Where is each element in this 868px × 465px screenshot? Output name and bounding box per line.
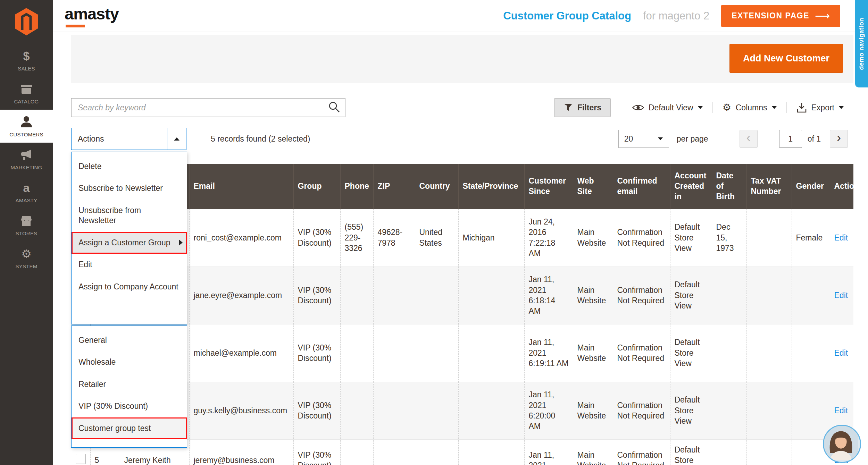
page-size-select[interactable]: 20	[618, 130, 669, 148]
cell-since: Jan 11, 2021 6:20:00 AM	[524, 382, 573, 439]
amasty-icon: a	[23, 181, 30, 195]
col-header-dob[interactable]: Date of Birth	[712, 164, 746, 209]
add-new-customer-button[interactable]: Add New Customer	[729, 44, 843, 73]
menu-item-assign-customer-group[interactable]: Assign a Customer Group	[72, 232, 187, 254]
cell-confirmed: Confirmation Not Required	[613, 209, 670, 267]
search-input[interactable]	[72, 99, 345, 117]
default-view-control[interactable]: Default View	[623, 103, 712, 112]
group-option-vip[interactable]: VIP (30% Discount)	[72, 395, 187, 417]
sidebar-item-label: STORES	[16, 230, 37, 236]
filters-button[interactable]: Filters	[554, 98, 611, 117]
chevron-down-icon	[772, 106, 777, 109]
menu-item-subscribe-newsletter[interactable]: Subscribe to Newsletter	[72, 177, 187, 199]
chat-widget-avatar[interactable]	[823, 425, 861, 463]
table-row[interactable]: 5 Jeremy Keith jeremy@business.com VIP (…	[71, 439, 853, 465]
per-page-label: per page	[677, 134, 708, 144]
page-number-input[interactable]	[779, 130, 802, 148]
row-checkbox[interactable]	[76, 454, 86, 464]
columns-control[interactable]: ⚙ Columns	[713, 103, 786, 112]
grid-toolbar: Filters Default View ⚙ Columns	[71, 98, 853, 117]
sidebar-item-label: CUSTOMERS	[9, 132, 43, 137]
group-option-customer-group-test[interactable]: Customer group test	[72, 417, 187, 439]
prev-page-button[interactable]: ‹	[740, 130, 758, 148]
export-icon	[796, 102, 807, 113]
cell-confirmed: Confirmation Not Required	[613, 439, 670, 465]
menu-item-unsubscribe-newsletter[interactable]: Unsubscribe from Newsletter	[72, 200, 187, 232]
avatar-photo	[824, 426, 858, 460]
edit-link[interactable]: Edit	[834, 291, 848, 300]
cell-email: jane.eyre@example.com	[189, 267, 293, 324]
records-count: 5 records found (2 selected)	[211, 134, 310, 144]
demo-navigation-tab[interactable]: demo navigation	[855, 0, 868, 87]
sidebar-item-label: AMASTY	[16, 197, 37, 203]
col-header-country[interactable]: Country	[415, 164, 458, 209]
group-option-retailer[interactable]: Retailer	[72, 373, 187, 395]
cell-tax	[746, 209, 792, 267]
next-page-button[interactable]: ›	[830, 130, 848, 148]
page-subtitle: for magento 2	[643, 10, 709, 22]
col-header-confirmed-email[interactable]: Confirmed email	[613, 164, 670, 209]
actions-select[interactable]: Actions	[71, 128, 186, 150]
cell-dob	[712, 382, 746, 439]
sidebar-item-amasty[interactable]: a AMASTY	[0, 176, 53, 209]
edit-link[interactable]: Edit	[834, 233, 848, 242]
cell-dob	[712, 267, 746, 324]
cell-created-in: Default Store View	[670, 439, 712, 465]
col-header-email[interactable]: Email	[189, 164, 293, 209]
sidebar-item-label: CATALOG	[14, 99, 39, 104]
cell-dob	[712, 324, 746, 382]
export-control[interactable]: Export	[787, 102, 853, 113]
amasty-logo[interactable]: amasty	[65, 4, 119, 27]
sidebar-item-catalog[interactable]: CATALOG	[0, 77, 53, 110]
page-header-band: Add New Customer	[71, 35, 853, 83]
sidebar-item-stores[interactable]: STORES	[0, 209, 53, 242]
col-header-zip[interactable]: ZIP	[373, 164, 415, 209]
menu-item-edit[interactable]: Edit	[72, 254, 187, 276]
pagination: 20 per page ‹ of 1 ›	[618, 130, 853, 148]
table-row[interactable]: guy.s.kelly@business.com VIP (30% Discou…	[71, 382, 853, 439]
grid-controls-row: Actions 5 records found (2 selected) 20 …	[71, 128, 853, 150]
sidebar-item-customers[interactable]: CUSTOMERS	[0, 110, 53, 143]
select-toggle[interactable]	[652, 130, 669, 147]
search-button[interactable]	[324, 100, 344, 116]
sidebar-item-marketing[interactable]: MARKETING	[0, 143, 53, 176]
system-gear-icon: ⚙	[21, 247, 32, 261]
main-content: Add New Customer Filters Def	[53, 32, 868, 465]
cell-tax	[746, 324, 792, 382]
sidebar-item-label: MARKETING	[11, 164, 42, 170]
col-header-gender[interactable]: Gender	[792, 164, 830, 209]
col-header-action[interactable]: Action	[830, 164, 853, 209]
chevron-down-icon	[839, 106, 844, 109]
col-header-state[interactable]: State/Province	[458, 164, 524, 209]
col-header-account-created-in[interactable]: Account Created in	[670, 164, 712, 209]
table-row[interactable]: jane.eyre@example.com VIP (30% Discount)…	[71, 267, 853, 324]
col-header-phone[interactable]: Phone	[340, 164, 373, 209]
edit-link[interactable]: Edit	[834, 348, 848, 357]
chevron-up-icon	[174, 137, 180, 141]
edit-link[interactable]: Edit	[834, 406, 848, 415]
col-header-group[interactable]: Group	[293, 164, 340, 209]
select-toggle[interactable]	[167, 128, 186, 150]
cell-tax	[746, 267, 792, 324]
group-option-wholesale[interactable]: Wholesale	[72, 351, 187, 373]
group-option-general[interactable]: General	[72, 329, 187, 351]
table-row[interactable]: michael@example.com VIP (30% Discount) J…	[71, 324, 853, 382]
menu-item-assign-company-account[interactable]: Assign to Company Account	[72, 276, 187, 298]
col-header-tax-vat[interactable]: Tax VAT Number	[746, 164, 792, 209]
cell-phone: (555) 229-3326	[340, 209, 373, 267]
cell-zip	[373, 382, 415, 439]
sidebar-item-sales[interactable]: $ SALES	[0, 44, 53, 77]
magento-logo-icon[interactable]	[0, 0, 53, 44]
cell-zip	[373, 267, 415, 324]
col-header-customer-since[interactable]: Customer Since	[524, 164, 573, 209]
chevron-down-icon	[658, 137, 663, 140]
page-title[interactable]: Customer Group Catalog	[503, 10, 631, 22]
menu-item-delete[interactable]: Delete	[72, 155, 187, 177]
cell-state	[458, 267, 524, 324]
table-row[interactable]: roni_cost@example.com VIP (30% Discount)…	[71, 209, 853, 267]
sidebar-item-system[interactable]: ⚙ SYSTEM	[0, 242, 53, 274]
cell-email: roni_cost@example.com	[189, 209, 293, 267]
right-arrow-icon: ⟶	[815, 10, 830, 22]
col-header-website[interactable]: Web Site	[573, 164, 613, 209]
extension-page-button[interactable]: EXTENSION PAGE ⟶	[721, 5, 840, 27]
